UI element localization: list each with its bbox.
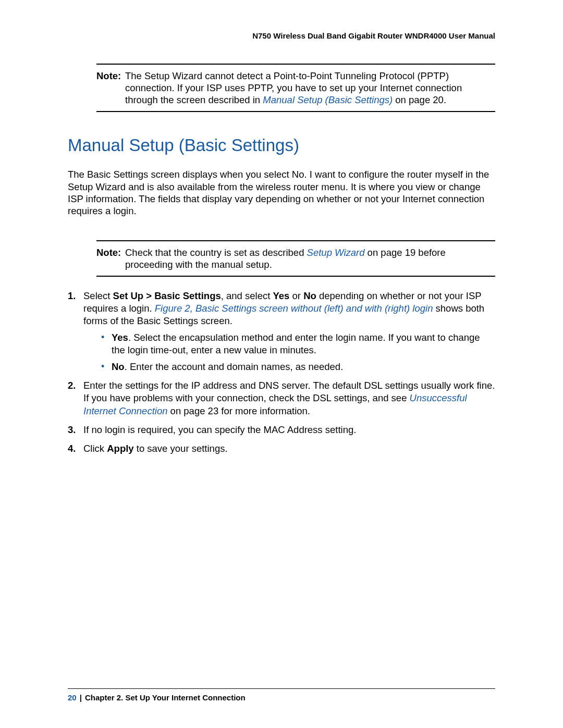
note-label: Note:: [96, 246, 125, 270]
step-1: Select Set Up > Basic Settings, and sele…: [68, 290, 495, 373]
separator: |: [77, 693, 85, 702]
sub-no: No. Enter the account and domain names, …: [99, 361, 495, 373]
rule: [96, 276, 495, 277]
rule: [68, 688, 495, 689]
note-label: Note:: [96, 70, 125, 106]
step-3: If no login is required, you can specify…: [68, 424, 495, 436]
intro-paragraph: The Basic Settings screen displays when …: [68, 168, 495, 217]
substeps: Yes. Select the encapsulation method and…: [99, 331, 495, 373]
page-header: N750 Wireless Dual Band Gigabit Router W…: [68, 31, 495, 40]
step-2: Enter the settings for the IP address an…: [68, 379, 495, 417]
step-4: Click Apply to save your settings.: [68, 442, 495, 455]
note-text: Check that the country is set as describ…: [125, 246, 495, 270]
link-manual-setup[interactable]: Manual Setup (Basic Settings): [263, 94, 393, 105]
section-heading: Manual Setup (Basic Settings): [68, 135, 495, 155]
manual-page: N750 Wireless Dual Band Gigabit Router W…: [0, 0, 563, 728]
steps-list: Select Set Up > Basic Settings, and sele…: [68, 290, 495, 455]
note-text: The Setup Wizard cannot detect a Point-t…: [125, 70, 495, 106]
sub-yes: Yes. Select the encapsulation method and…: [99, 331, 495, 356]
note-block-2: Note: Check that the country is set as d…: [96, 240, 495, 277]
link-setup-wizard[interactable]: Setup Wizard: [307, 247, 365, 258]
page-number: 20: [68, 693, 77, 702]
rule: [96, 111, 495, 112]
header-title: N750 Wireless Dual Band Gigabit Router W…: [252, 31, 495, 40]
note-block-1: Note: The Setup Wizard cannot detect a P…: [96, 64, 495, 112]
link-figure-2[interactable]: Figure 2, Basic Settings screen without …: [155, 303, 433, 314]
page-footer: 20|Chapter 2. Set Up Your Internet Conne…: [68, 688, 495, 702]
chapter-title: Chapter 2. Set Up Your Internet Connecti…: [85, 693, 246, 702]
